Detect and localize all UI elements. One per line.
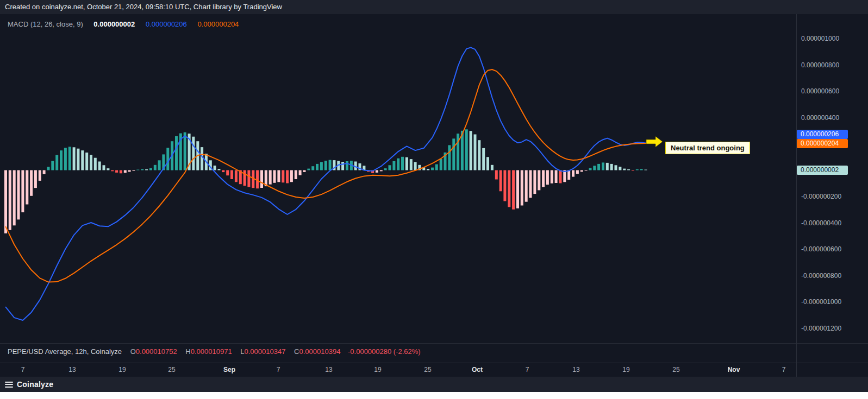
macd-signal-value: 0.000000204 bbox=[197, 20, 239, 28]
price-tick: 0.000000800 bbox=[801, 61, 839, 69]
time-tick: 7 bbox=[511, 366, 544, 373]
symbol-title: PEPE/USD Average, 12h, Coinalyze bbox=[8, 347, 122, 356]
macd-line-value: 0.000000206 bbox=[146, 20, 187, 28]
price-tick: 0.000000400 bbox=[801, 113, 839, 122]
price-tick: -0.000000200 bbox=[801, 192, 841, 201]
price-axis[interactable]: 0.0000010000.0000008000.0000006000.00000… bbox=[797, 14, 868, 343]
chart-frame: Created on coinalyze.net, October 21, 20… bbox=[0, 0, 868, 399]
change-value: -0.000000280 (-2.62%) bbox=[348, 347, 421, 356]
bottom-margin bbox=[0, 392, 868, 399]
price-tick: 0.000000600 bbox=[801, 87, 839, 96]
time-tick: Sep bbox=[213, 366, 246, 373]
price-axis-separator bbox=[796, 14, 797, 377]
price-tick: -0.000000400 bbox=[801, 219, 841, 227]
menu-icon[interactable] bbox=[5, 382, 13, 388]
price-label-signal: 0.000000204 bbox=[797, 139, 848, 148]
price-tick: -0.000001200 bbox=[801, 324, 841, 333]
macd-pane bbox=[0, 14, 796, 343]
price-tick: -0.000000600 bbox=[801, 245, 841, 254]
price-tick: 0.000001000 bbox=[801, 34, 839, 43]
annotation-label[interactable]: Neutral trend ongoing bbox=[665, 142, 750, 154]
macd-legend: MACD (12, 26, close, 9) 0.000000002 0.00… bbox=[8, 20, 239, 28]
high-value: H0.000010971 bbox=[185, 347, 232, 356]
low-value: L0.000010347 bbox=[240, 347, 285, 356]
watermark-bar: Created on coinalyze.net, October 21, 20… bbox=[0, 0, 868, 14]
time-tick: 19 bbox=[106, 366, 139, 373]
time-tick: Nov bbox=[717, 366, 750, 373]
time-tick: Oct bbox=[461, 366, 494, 373]
time-tick: 19 bbox=[361, 366, 394, 373]
time-tick: 19 bbox=[610, 366, 642, 373]
time-tick: 7 bbox=[767, 366, 800, 373]
price-tick: -0.000000800 bbox=[801, 271, 841, 280]
time-tick: 13 bbox=[560, 366, 592, 373]
time-tick: 7 bbox=[262, 366, 295, 373]
macd-histogram-value: 0.000000002 bbox=[93, 20, 135, 28]
time-tick: 25 bbox=[155, 366, 188, 373]
price-legend: PEPE/USD Average, 12h, Coinalyze O0.0000… bbox=[8, 347, 421, 356]
time-tick: 25 bbox=[411, 366, 444, 373]
coinalyze-logo[interactable]: Coinalyze bbox=[17, 380, 53, 389]
arrow-right-icon[interactable] bbox=[646, 136, 663, 148]
price-label-macd: 0.000000206 bbox=[797, 130, 848, 139]
macd-legend-title: MACD (12, 26, close, 9) bbox=[8, 20, 83, 28]
open-value: O0.000010752 bbox=[130, 347, 177, 356]
pane-separator[interactable] bbox=[0, 343, 868, 344]
close-value: C0.000010394 bbox=[294, 347, 340, 356]
price-tick: -0.000001000 bbox=[801, 297, 841, 306]
footer-bar: Coinalyze bbox=[0, 377, 868, 392]
price-label-histogram: 0.000000002 bbox=[797, 166, 848, 175]
time-tick: 7 bbox=[7, 366, 39, 373]
macd-plot[interactable] bbox=[0, 14, 796, 343]
time-tick: 13 bbox=[313, 366, 345, 373]
time-axis[interactable]: 7131925Sep7131925Oct7131925Nov7 bbox=[0, 363, 796, 377]
time-tick: 25 bbox=[660, 366, 692, 373]
watermark-text: Created on coinalyze.net, October 21, 20… bbox=[5, 3, 282, 11]
time-tick: 13 bbox=[56, 366, 89, 373]
